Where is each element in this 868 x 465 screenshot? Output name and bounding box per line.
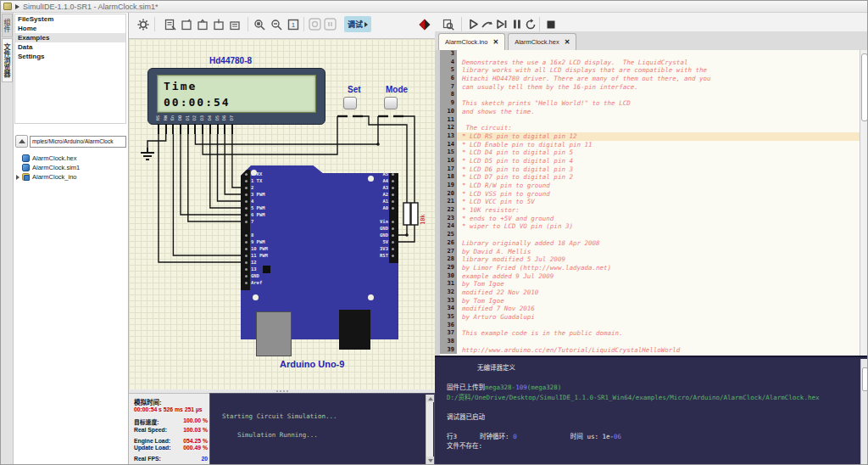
- pin-dot: [392, 248, 394, 250]
- stats-row: Update Load:000.49 %: [134, 445, 208, 451]
- power-circuit-icon[interactable]: [308, 17, 322, 31]
- sidebar-place-settings[interactable]: Settings: [15, 52, 125, 61]
- zoom-area-icon[interactable]: [269, 17, 283, 31]
- mount-hole: [368, 294, 374, 300]
- path-input[interactable]: [30, 136, 126, 148]
- file-icon: [22, 164, 30, 171]
- output-line: [447, 373, 868, 383]
- code-line: 3: [440, 50, 860, 59]
- lcd-pin-label: D5: [214, 115, 220, 120]
- folder-up-button[interactable]: [15, 135, 28, 148]
- editor-tab[interactable]: AlarmClock.hex✕: [508, 33, 576, 50]
- save-as-circuit-icon[interactable]: [227, 17, 242, 31]
- console-scrollbar[interactable]: [426, 395, 433, 464]
- svg-text:1: 1: [291, 21, 295, 29]
- expand-caret-icon[interactable]: [16, 175, 19, 180]
- lcd-pin: RS: [155, 102, 163, 134]
- scroll-up-icon[interactable]: [426, 395, 434, 402]
- sidebar-place-examples[interactable]: Examples: [15, 33, 125, 42]
- line-number: 13: [440, 132, 457, 141]
- sidebar-place-home[interactable]: Home: [15, 24, 125, 33]
- line-text: * 10K resistor:: [457, 206, 860, 215]
- line-text: and shows the time.: [457, 108, 860, 116]
- lcd-pin-stub: [224, 124, 225, 134]
- sidebar-place-filesystem[interactable]: FileSystem: [15, 14, 125, 24]
- line-number: 29: [440, 264, 457, 272]
- stats-row: Real FPS:20: [134, 456, 208, 462]
- pin-label: Vin: [380, 219, 388, 224]
- file-item[interactable]: AlarmClock.sim1: [15, 163, 126, 172]
- stats-value: 054.25 %: [183, 438, 208, 444]
- code-line: 29by Limor Fried (http://www.ladyada.net…: [440, 264, 860, 272]
- circuit-info-icon[interactable]: [163, 17, 177, 31]
- debug-step-over-icon[interactable]: [494, 17, 509, 31]
- circuit-canvas[interactable]: 10k Hd44780-8 Time 00:00:54 RSRWEnD0D1D2…: [129, 38, 435, 393]
- line-number: 22: [440, 206, 457, 215]
- output-line: [447, 421, 868, 431]
- line-number: 6: [440, 75, 457, 83]
- code-editor[interactable]: 34Demonstrates the use a 16x2 LCD displa…: [435, 50, 868, 356]
- line-text: The circuit:: [457, 124, 860, 132]
- sidebar-place-data[interactable]: Data: [15, 42, 125, 52]
- output-scrollbar[interactable]: [860, 359, 868, 465]
- editor-scrollbar[interactable]: [860, 50, 868, 356]
- line-text: by Tom Igoe: [457, 297, 860, 305]
- pin-label: 9 PWM: [251, 239, 265, 244]
- file-item[interactable]: AlarmClock.hex: [15, 154, 126, 163]
- code-line: 33by Tom Igoe: [440, 297, 860, 305]
- mode-push-button[interactable]: [384, 97, 398, 109]
- editor-scroll-thumb[interactable]: [861, 53, 868, 121]
- lcd-pin-label: En: [170, 115, 175, 120]
- code-line: 7can usually tell them by the 16-pin int…: [440, 83, 860, 92]
- pin-dot: [245, 207, 248, 210]
- simulide-window: SimulIDE-1.1.0-SR1 - AlarmClock.sim1* 组件…: [0, 0, 868, 465]
- tab-close-icon[interactable]: ✕: [492, 38, 498, 46]
- output-line: 无编译器定义: [447, 362, 868, 373]
- pin-label: GND: [380, 232, 388, 238]
- file-item[interactable]: AlarmClock_ino: [15, 172, 126, 182]
- pin-dot: [245, 282, 248, 284]
- line-text: modified 22 Nov 2010: [457, 289, 860, 297]
- pin-dot: [392, 207, 394, 210]
- debug-button[interactable]: 调试: [344, 16, 371, 32]
- pin-label: 1 TX: [251, 178, 262, 183]
- arduino-pin: 12: [242, 259, 268, 266]
- code-line: 27by David A. Mellis: [440, 248, 860, 256]
- tab-file-browser[interactable]: 文件浏览器: [2, 38, 13, 82]
- lcd-pin-label: D4: [207, 115, 212, 120]
- pin-dot: [392, 227, 394, 230]
- arduino-pin: 3V3: [380, 245, 398, 252]
- settings-gear-icon[interactable]: [136, 17, 150, 31]
- debug-reset-icon[interactable]: [523, 17, 537, 31]
- stats-rows: 目标速度:100.00 %Real Speed:100.03 %Engine L…: [134, 417, 208, 462]
- pin-label: 3 PWM: [251, 192, 265, 197]
- debug-run-icon[interactable]: [466, 17, 481, 31]
- console-lines: Starting Circuit Simulation... Simulatio…: [210, 394, 434, 440]
- debug-stop-icon[interactable]: [543, 17, 558, 31]
- zoom-fit-icon[interactable]: [252, 17, 266, 31]
- arduino-pin: 4: [242, 198, 268, 204]
- scroll-down-icon[interactable]: [426, 457, 434, 464]
- debug-pause-icon[interactable]: [509, 17, 524, 31]
- open-circuit-icon[interactable]: [195, 17, 209, 31]
- line-text: Demonstrates the use a 16x2 LCD display.…: [457, 59, 860, 67]
- zoom-one-icon[interactable]: 1: [286, 17, 300, 31]
- code-line: 8: [440, 91, 860, 99]
- arduino-pin: A1: [380, 198, 398, 204]
- output-segment: 109: [515, 384, 527, 391]
- sim-power-icon[interactable]: [417, 17, 431, 31]
- save-circuit-icon[interactable]: [211, 17, 225, 31]
- tab-close-icon[interactable]: ✕: [565, 38, 570, 46]
- toolbar-separator: [154, 17, 155, 31]
- output-scroll-thumb[interactable]: [862, 367, 868, 391]
- code-line: 6Hitachi HD44780 driver. There are many …: [440, 75, 860, 83]
- debug-step-icon[interactable]: [480, 17, 494, 31]
- editor-tab[interactable]: AlarmClock.ino✕: [438, 33, 505, 50]
- pause-circuit-icon[interactable]: [323, 17, 337, 31]
- set-push-button[interactable]: [343, 97, 357, 109]
- new-circuit-icon[interactable]: [179, 17, 193, 31]
- set-button-label: Set: [348, 85, 361, 94]
- code-line: 26Library originally added 18 Apr 2008: [440, 239, 860, 248]
- find-icon[interactable]: [441, 17, 455, 31]
- tab-components[interactable]: 组件: [2, 14, 13, 37]
